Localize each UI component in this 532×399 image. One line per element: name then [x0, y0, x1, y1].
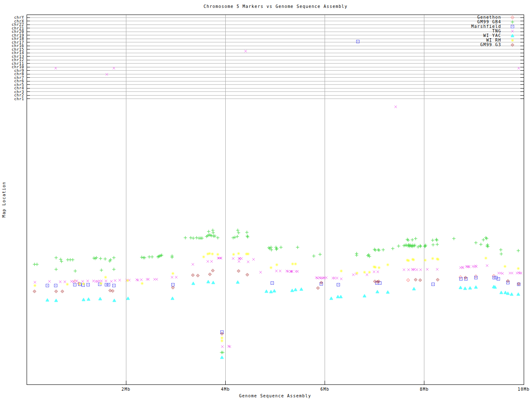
data-point-dot	[108, 284, 109, 285]
data-point	[220, 356, 224, 359]
data-point	[103, 257, 107, 261]
data-point	[160, 254, 163, 257]
data-point	[247, 253, 250, 256]
data-point	[275, 270, 278, 272]
data-point	[318, 253, 322, 256]
data-point	[87, 298, 90, 300]
legend-label: WI YAC	[483, 33, 501, 38]
data-point	[74, 269, 77, 273]
data-point	[467, 265, 470, 268]
data-point	[419, 268, 422, 271]
data-point	[59, 281, 62, 283]
data-point	[363, 294, 366, 297]
data-point	[259, 271, 262, 273]
x-tick-label-10mb: 10Mb	[518, 387, 530, 392]
data-point-dot	[172, 287, 173, 288]
data-point	[100, 280, 103, 282]
data-point	[459, 286, 462, 289]
gnuplot-chart-canvas: chrYchrXchr22chr21chr20chr19chr18chr17ch…	[0, 0, 532, 399]
x-tick-label-2mb: 2Mb	[121, 387, 131, 392]
data-point	[474, 286, 478, 288]
data-point	[207, 280, 210, 283]
data-point	[412, 259, 415, 261]
data-point-dot	[74, 281, 75, 282]
x-tick-label-4mb: 4Mb	[221, 387, 230, 392]
data-point	[237, 252, 240, 255]
data-point-dot	[112, 291, 113, 291]
data-point	[431, 243, 435, 246]
data-point	[376, 290, 379, 293]
data-point	[406, 238, 409, 241]
data-point	[406, 239, 410, 242]
data-point	[54, 67, 57, 69]
data-point	[325, 276, 328, 279]
data-point	[517, 249, 520, 252]
data-point	[276, 264, 278, 266]
data-point	[459, 266, 462, 269]
data-point	[452, 237, 456, 240]
data-point	[156, 255, 160, 259]
legend-entry-gm99-g3: GM99 G3	[480, 42, 514, 47]
data-point	[232, 236, 235, 239]
data-point	[34, 284, 37, 287]
data-point	[330, 297, 333, 300]
data-point	[520, 272, 522, 274]
data-point-dot	[437, 279, 438, 280]
data-point	[113, 67, 115, 69]
data-point	[403, 268, 405, 271]
data-point	[126, 279, 129, 282]
series-wi-rh	[34, 252, 520, 342]
data-point	[112, 268, 116, 271]
data-point	[202, 256, 205, 259]
data-point-dot	[408, 280, 409, 281]
data-point	[192, 263, 194, 266]
data-point	[437, 258, 440, 261]
data-point	[54, 299, 58, 302]
data-point	[482, 238, 485, 241]
data-point-dot	[238, 271, 239, 271]
data-point-dot	[378, 281, 379, 282]
data-point	[340, 278, 342, 280]
data-point-dot	[88, 284, 89, 285]
data-point-dot	[197, 275, 198, 276]
data-point-dot	[512, 17, 513, 18]
data-point-dot	[247, 274, 248, 275]
data-point	[270, 266, 273, 269]
series-tng	[34, 50, 522, 348]
data-point	[511, 30, 514, 32]
data-point	[486, 245, 490, 248]
data-point	[244, 50, 247, 52]
data-point	[252, 258, 255, 261]
data-point	[333, 277, 336, 279]
data-point	[126, 297, 130, 300]
data-point-dot	[209, 274, 210, 275]
data-point-dot	[321, 282, 322, 283]
x-tick-label-6mb: 6Mb	[320, 387, 330, 392]
data-point	[221, 345, 224, 348]
data-point	[377, 249, 381, 252]
data-point	[474, 241, 478, 244]
data-point-dot	[338, 284, 339, 285]
data-point	[141, 282, 144, 285]
series-marshfield	[46, 40, 520, 334]
data-point	[64, 281, 66, 283]
data-point	[336, 295, 340, 298]
data-point	[211, 229, 214, 232]
data-point	[336, 277, 338, 279]
data-point	[386, 291, 389, 293]
data-point	[207, 230, 210, 233]
data-point	[435, 238, 438, 241]
data-point	[382, 248, 385, 251]
data-point	[424, 259, 427, 262]
data-point	[269, 290, 273, 293]
data-point	[100, 268, 103, 272]
data-point	[105, 280, 107, 282]
data-point	[377, 248, 380, 251]
data-point	[411, 268, 414, 271]
data-point	[485, 237, 488, 240]
data-point-dot	[420, 280, 421, 281]
data-point	[92, 280, 95, 282]
legend-label: Marshfield	[471, 24, 501, 29]
data-point	[387, 264, 389, 266]
data-point	[238, 260, 240, 263]
